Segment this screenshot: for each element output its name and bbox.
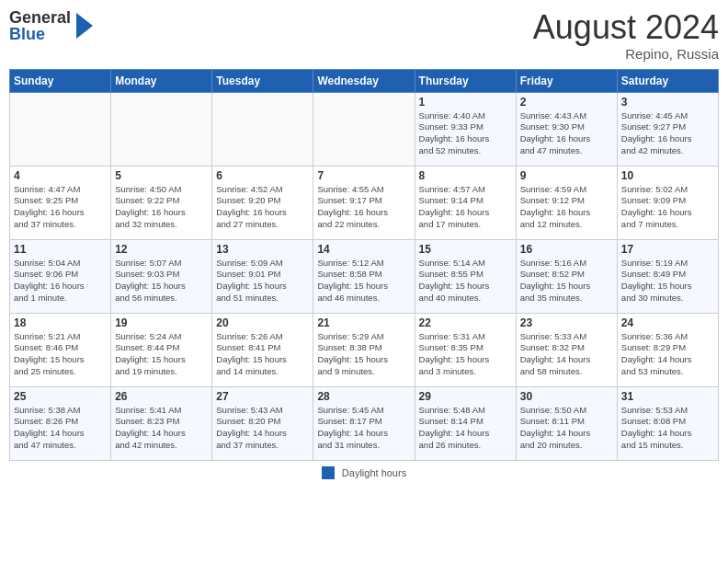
weekday-header-cell: Wednesday	[313, 69, 415, 92]
calendar-day-cell: 25Sunrise: 5:38 AM Sunset: 8:26 PM Dayli…	[10, 386, 111, 460]
day-info: Sunrise: 5:04 AM Sunset: 9:06 PM Dayligh…	[14, 258, 107, 304]
day-number: 11	[14, 243, 107, 256]
day-number: 1	[419, 96, 512, 109]
day-number: 30	[520, 390, 613, 403]
day-info: Sunrise: 4:55 AM Sunset: 9:17 PM Dayligh…	[317, 184, 410, 231]
calendar-body: 1Sunrise: 4:40 AM Sunset: 9:33 PM Daylig…	[10, 92, 719, 460]
day-number: 7	[317, 169, 410, 182]
day-number: 16	[520, 243, 613, 256]
day-number: 12	[115, 243, 208, 256]
calendar-day-cell: 21Sunrise: 5:29 AM Sunset: 8:38 PM Dayli…	[313, 313, 415, 386]
day-info: Sunrise: 5:09 AM Sunset: 9:01 PM Dayligh…	[216, 258, 309, 304]
calendar-day-cell: 22Sunrise: 5:31 AM Sunset: 8:35 PM Dayli…	[415, 313, 516, 386]
day-info: Sunrise: 5:31 AM Sunset: 8:35 PM Dayligh…	[419, 331, 512, 378]
day-number: 4	[14, 169, 107, 182]
day-number: 28	[317, 390, 410, 403]
calendar-day-cell: 7Sunrise: 4:55 AM Sunset: 9:17 PM Daylig…	[313, 166, 415, 239]
day-number: 14	[317, 243, 410, 256]
day-info: Sunrise: 5:16 AM Sunset: 8:52 PM Dayligh…	[520, 258, 613, 304]
day-info: Sunrise: 5:12 AM Sunset: 8:58 PM Dayligh…	[317, 258, 410, 304]
calendar-day-cell: 4Sunrise: 4:47 AM Sunset: 9:25 PM Daylig…	[10, 166, 111, 239]
calendar-day-cell: 6Sunrise: 4:52 AM Sunset: 9:20 PM Daylig…	[212, 166, 313, 239]
calendar-day-cell: 3Sunrise: 4:45 AM Sunset: 9:27 PM Daylig…	[617, 92, 718, 166]
day-number: 17	[621, 243, 714, 256]
day-info: Sunrise: 5:41 AM Sunset: 8:23 PM Dayligh…	[115, 405, 208, 452]
day-info: Sunrise: 5:36 AM Sunset: 8:29 PM Dayligh…	[621, 331, 714, 378]
day-number: 15	[419, 243, 512, 256]
day-number: 29	[419, 390, 512, 403]
day-number: 23	[520, 316, 613, 329]
calendar-day-cell: 9Sunrise: 4:59 AM Sunset: 9:12 PM Daylig…	[516, 166, 617, 239]
calendar-day-cell: 1Sunrise: 4:40 AM Sunset: 9:33 PM Daylig…	[415, 92, 516, 166]
weekday-header-cell: Saturday	[617, 69, 718, 92]
weekday-header-cell: Sunday	[10, 69, 111, 92]
calendar-day-cell: 16Sunrise: 5:16 AM Sunset: 8:52 PM Dayli…	[516, 239, 617, 313]
legend-label: Daylight hours	[342, 467, 406, 478]
calendar-day-cell: 13Sunrise: 5:09 AM Sunset: 9:01 PM Dayli…	[212, 239, 313, 313]
calendar-day-cell: 30Sunrise: 5:50 AM Sunset: 8:11 PM Dayli…	[516, 386, 617, 460]
calendar-table: SundayMondayTuesdayWednesdayThursdayFrid…	[9, 69, 719, 461]
day-number: 2	[520, 96, 613, 109]
day-info: Sunrise: 5:14 AM Sunset: 8:55 PM Dayligh…	[419, 258, 512, 304]
day-number: 8	[419, 169, 512, 182]
logo-arrow-icon	[76, 13, 93, 39]
title-area: August 2024 Repino, Russia	[533, 9, 719, 62]
day-info: Sunrise: 5:43 AM Sunset: 8:20 PM Dayligh…	[216, 405, 309, 452]
day-number: 27	[216, 390, 309, 403]
calendar-week-row: 11Sunrise: 5:04 AM Sunset: 9:06 PM Dayli…	[10, 239, 719, 313]
day-info: Sunrise: 4:40 AM Sunset: 9:33 PM Dayligh…	[419, 110, 512, 157]
calendar-day-cell	[111, 92, 212, 166]
day-info: Sunrise: 5:48 AM Sunset: 8:14 PM Dayligh…	[419, 405, 512, 452]
day-number: 6	[216, 169, 309, 182]
day-info: Sunrise: 5:33 AM Sunset: 8:32 PM Dayligh…	[520, 331, 613, 378]
day-number: 26	[115, 390, 208, 403]
calendar-day-cell: 31Sunrise: 5:53 AM Sunset: 8:08 PM Dayli…	[617, 386, 718, 460]
calendar-day-cell: 10Sunrise: 5:02 AM Sunset: 9:09 PM Dayli…	[617, 166, 718, 239]
calendar-day-cell: 19Sunrise: 5:24 AM Sunset: 8:44 PM Dayli…	[111, 313, 212, 386]
day-number: 3	[621, 96, 714, 109]
weekday-header-row: SundayMondayTuesdayWednesdayThursdayFrid…	[10, 69, 719, 92]
logo-general: General	[9, 9, 71, 26]
calendar-day-cell	[313, 92, 415, 166]
day-info: Sunrise: 5:02 AM Sunset: 9:09 PM Dayligh…	[621, 184, 714, 231]
day-info: Sunrise: 5:53 AM Sunset: 8:08 PM Dayligh…	[621, 405, 714, 452]
day-number: 18	[14, 316, 107, 329]
calendar-day-cell: 26Sunrise: 5:41 AM Sunset: 8:23 PM Dayli…	[111, 386, 212, 460]
calendar-week-row: 25Sunrise: 5:38 AM Sunset: 8:26 PM Dayli…	[10, 386, 719, 460]
day-info: Sunrise: 5:29 AM Sunset: 8:38 PM Dayligh…	[317, 331, 410, 378]
calendar-day-cell: 20Sunrise: 5:26 AM Sunset: 8:41 PM Dayli…	[212, 313, 313, 386]
calendar-day-cell: 12Sunrise: 5:07 AM Sunset: 9:03 PM Dayli…	[111, 239, 212, 313]
calendar-day-cell: 18Sunrise: 5:21 AM Sunset: 8:46 PM Dayli…	[10, 313, 111, 386]
logo-blue: Blue	[9, 26, 71, 42]
day-number: 10	[621, 169, 714, 182]
day-info: Sunrise: 5:19 AM Sunset: 8:49 PM Dayligh…	[621, 258, 714, 304]
day-number: 25	[14, 390, 107, 403]
weekday-header-cell: Monday	[111, 69, 212, 92]
day-info: Sunrise: 4:43 AM Sunset: 9:30 PM Dayligh…	[520, 110, 613, 157]
day-number: 20	[216, 316, 309, 329]
weekday-header-cell: Thursday	[415, 69, 516, 92]
calendar-day-cell: 29Sunrise: 5:48 AM Sunset: 8:14 PM Dayli…	[415, 386, 516, 460]
calendar-week-row: 18Sunrise: 5:21 AM Sunset: 8:46 PM Dayli…	[10, 313, 719, 386]
day-number: 21	[317, 316, 410, 329]
calendar-day-cell: 14Sunrise: 5:12 AM Sunset: 8:58 PM Dayli…	[313, 239, 415, 313]
day-number: 24	[621, 316, 714, 329]
calendar-day-cell: 2Sunrise: 4:43 AM Sunset: 9:30 PM Daylig…	[516, 92, 617, 166]
day-info: Sunrise: 5:45 AM Sunset: 8:17 PM Dayligh…	[317, 405, 410, 452]
logo: General Blue	[9, 9, 93, 42]
calendar-day-cell: 28Sunrise: 5:45 AM Sunset: 8:17 PM Dayli…	[313, 386, 415, 460]
calendar-day-cell: 27Sunrise: 5:43 AM Sunset: 8:20 PM Dayli…	[212, 386, 313, 460]
day-info: Sunrise: 4:57 AM Sunset: 9:14 PM Dayligh…	[419, 184, 512, 231]
calendar-day-cell	[10, 92, 111, 166]
calendar-day-cell: 17Sunrise: 5:19 AM Sunset: 8:49 PM Dayli…	[617, 239, 718, 313]
day-info: Sunrise: 5:26 AM Sunset: 8:41 PM Dayligh…	[216, 331, 309, 378]
day-info: Sunrise: 4:52 AM Sunset: 9:20 PM Dayligh…	[216, 184, 309, 231]
logo-text: General Blue	[9, 9, 71, 42]
calendar-day-cell: 15Sunrise: 5:14 AM Sunset: 8:55 PM Dayli…	[415, 239, 516, 313]
legend-color-box	[322, 466, 335, 479]
day-info: Sunrise: 5:21 AM Sunset: 8:46 PM Dayligh…	[14, 331, 107, 378]
day-number: 31	[621, 390, 714, 403]
location-label: Repino, Russia	[533, 46, 719, 62]
day-number: 22	[419, 316, 512, 329]
day-info: Sunrise: 5:38 AM Sunset: 8:26 PM Dayligh…	[14, 405, 107, 452]
